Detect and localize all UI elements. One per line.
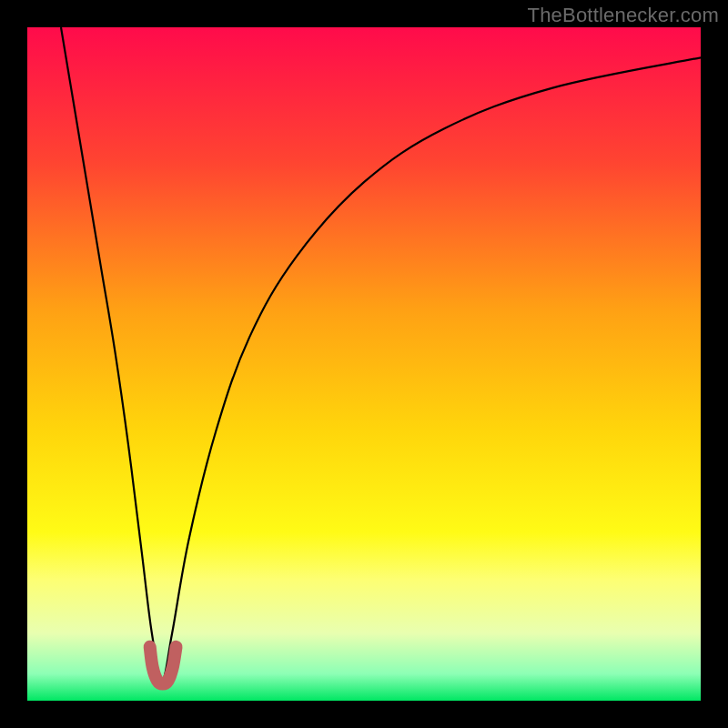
- attribution-label: TheBottlenecker.com: [528, 4, 719, 27]
- plot-area: [27, 27, 701, 701]
- bottleneck-chart: [27, 27, 701, 701]
- chart-frame: TheBottlenecker.com: [0, 0, 728, 728]
- gradient-background: [27, 27, 701, 701]
